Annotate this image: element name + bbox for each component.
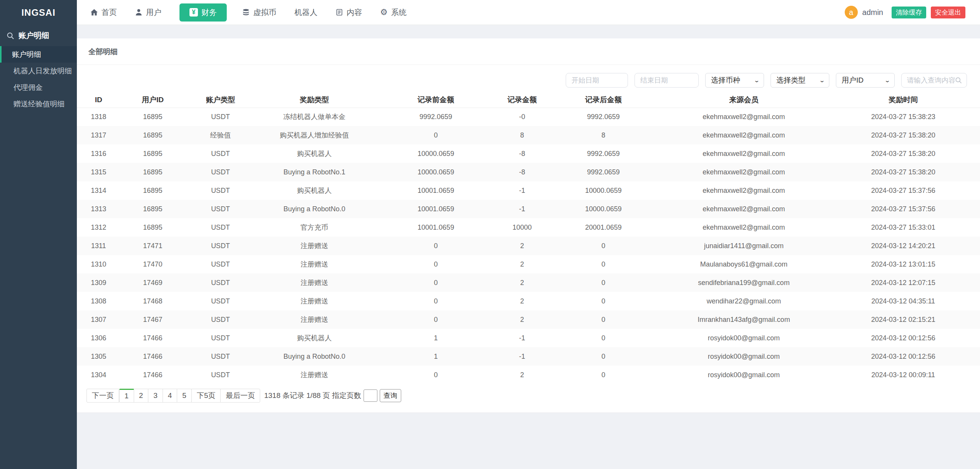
- table-cell: 购买机器人增加经验值: [256, 126, 373, 144]
- table-cell: 2: [498, 237, 545, 255]
- page-button-5[interactable]: 5: [177, 389, 192, 403]
- table-cell: 16895: [120, 163, 185, 181]
- table-cell: 16895: [120, 108, 185, 126]
- pagination-bar: 下一页 12345 下5页 最后一页 1318 条记录 1/88 页 指定页数 …: [86, 389, 980, 403]
- page-button-2[interactable]: 2: [134, 389, 149, 403]
- table-cell: -1: [498, 347, 545, 366]
- table-cell: ekehmaxwell2@gmail.com: [661, 218, 826, 237]
- table-cell: 2024-03-27 15:38:20: [826, 144, 980, 163]
- table-row[interactable]: 131017470USDT注册赠送020Maulanaboys61@gmail.…: [77, 255, 980, 273]
- page-button-3[interactable]: 3: [148, 389, 163, 403]
- sidebar-section-label: 账户明细: [18, 30, 49, 41]
- table-row[interactable]: 131316895USDTBuying a RobotNo.010001.065…: [77, 200, 980, 218]
- nav-item-crypto[interactable]: 虚拟币: [242, 7, 276, 18]
- last-page-button[interactable]: 最后一页: [220, 389, 260, 403]
- table-cell: 官方充币: [256, 218, 373, 237]
- nav-item-label: 首页: [101, 7, 117, 18]
- nav-item-finance[interactable]: ¥ 财务: [179, 3, 227, 22]
- coins-icon: [242, 8, 250, 16]
- table-cell: 0: [546, 310, 661, 329]
- table-row[interactable]: 130517466USDTBuying a RobotNo.01-10rosyi…: [77, 347, 980, 366]
- logout-button[interactable]: 安全退出: [931, 7, 965, 18]
- nav-item-content[interactable]: 内容: [336, 7, 362, 18]
- table-cell: Buying a RobotNo.0: [256, 200, 373, 218]
- table-cell: 1307: [77, 310, 120, 329]
- table-row[interactable]: 130917469USDT注册赠送020sendifebriana199@gma…: [77, 273, 980, 292]
- end-date-input[interactable]: [635, 73, 699, 88]
- table-cell: Buying a RobotNo.0: [256, 347, 373, 366]
- table-cell: 2024-03-27 15:37:56: [826, 181, 980, 200]
- table-cell: 2024-03-12 12:07:15: [826, 273, 980, 292]
- sidebar-item-robot-daily-detail[interactable]: 机器人日发放明细: [0, 63, 77, 79]
- sidebar-item-label: 机器人日发放明细: [13, 66, 72, 76]
- table-row[interactable]: 131716895经验值购买机器人增加经验值088ekehmaxwell2@gm…: [77, 126, 980, 144]
- table-cell: -1: [498, 329, 545, 347]
- table-cell: ekehmaxwell2@gmail.com: [661, 163, 826, 181]
- nav-item-system[interactable]: ⚙ 系统: [380, 7, 407, 18]
- table-cell: sendifebriana199@gmail.com: [661, 273, 826, 292]
- table-row[interactable]: 131216895USDT官方充币10001.06591000020001.06…: [77, 218, 980, 237]
- table-cell: 10000.0659: [546, 181, 661, 200]
- table-row[interactable]: 130417466USDT注册赠送020rosyidok00@gmail.com…: [77, 366, 980, 384]
- coin-select[interactable]: 选择币种 ⌄: [705, 73, 764, 88]
- nav-item-home[interactable]: 首页: [90, 7, 117, 18]
- table-cell: 1306: [77, 329, 120, 347]
- table-cell: USDT: [185, 366, 256, 384]
- goto-page-input[interactable]: [364, 389, 377, 402]
- table-cell: 1315: [77, 163, 120, 181]
- table-cell: 1: [373, 329, 499, 347]
- table-cell: 17470: [120, 255, 185, 273]
- page-button-4[interactable]: 4: [163, 389, 178, 403]
- table-cell: 0: [546, 292, 661, 310]
- table-header-row: ID用户ID账户类型奖励类型记录前金额记录金额记录后金额来源会员奖励时间: [77, 92, 980, 108]
- nav-item-robot[interactable]: 机器人: [294, 7, 317, 18]
- table-cell: 10000: [498, 218, 545, 237]
- table-cell: 10000.0659: [546, 200, 661, 218]
- table-row[interactable]: 131516895USDTBuying a RobotNo.110000.065…: [77, 163, 980, 181]
- next-page-button[interactable]: 下一页: [86, 389, 119, 403]
- nav-item-label: 虚拟币: [253, 7, 276, 18]
- pagination-summary: 1318 条记录 1/88 页 指定页数: [264, 391, 361, 401]
- sidebar-section-account-detail[interactable]: 账户明细: [0, 25, 77, 46]
- search-input[interactable]: [901, 73, 967, 88]
- table-cell: 1314: [77, 181, 120, 200]
- table-cell: ekehmaxwell2@gmail.com: [661, 181, 826, 200]
- table-header-cell: 来源会员: [661, 92, 826, 108]
- chevron-down-icon: ⌄: [754, 77, 760, 83]
- table-cell: 17468: [120, 292, 185, 310]
- table-cell: USDT: [185, 218, 256, 237]
- table-cell: 0: [546, 255, 661, 273]
- table-row[interactable]: 130617466USDT购买机器人1-10rosyidok00@gmail.c…: [77, 329, 980, 347]
- table-row[interactable]: 131416895USDT购买机器人10001.0659-110000.0659…: [77, 181, 980, 200]
- gear-icon: ⚙: [380, 8, 388, 16]
- table-cell: USDT: [185, 163, 256, 181]
- avatar[interactable]: a: [845, 6, 858, 19]
- user-id-select[interactable]: 用户ID ⌄: [836, 73, 895, 88]
- table-row[interactable]: 130717467USDT注册赠送020Imrankhan143afg@gmai…: [77, 310, 980, 329]
- type-select[interactable]: 选择类型 ⌄: [771, 73, 829, 88]
- table-cell: 购买机器人: [256, 181, 373, 200]
- table-cell: ekehmaxwell2@gmail.com: [661, 200, 826, 218]
- sidebar-item-agent-commission[interactable]: 代理佣金: [0, 79, 77, 96]
- table-cell: USDT: [185, 108, 256, 126]
- table-row[interactable]: 131816895USDT冻结机器人做单本金9992.0659-09992.06…: [77, 108, 980, 126]
- table-cell: 1312: [77, 218, 120, 237]
- table-cell: 0: [373, 273, 499, 292]
- app-logo: INGSAI: [0, 0, 77, 25]
- start-date-input[interactable]: [566, 73, 628, 88]
- query-button[interactable]: 查询: [380, 389, 401, 402]
- clear-cache-button[interactable]: 清除缓存: [892, 7, 926, 18]
- table-cell: 0: [373, 126, 499, 144]
- next-5-pages-button[interactable]: 下5页: [191, 389, 221, 403]
- table-cell: 16895: [120, 126, 185, 144]
- table-row[interactable]: 131616895USDT购买机器人10000.0659-89992.0659e…: [77, 144, 980, 163]
- table-cell: 2024-03-12 13:01:15: [826, 255, 980, 273]
- nav-item-users[interactable]: 用户: [135, 7, 161, 18]
- table-row[interactable]: 130817468USDT注册赠送020wendihar22@gmail.com…: [77, 292, 980, 310]
- sidebar-item-gift-exp-detail[interactable]: 赠送经验值明细: [0, 96, 77, 112]
- page-button-1[interactable]: 1: [119, 389, 134, 403]
- table-row[interactable]: 131117471USDT注册赠送020junaidiar1411@gmail.…: [77, 237, 980, 255]
- table-cell: 2024-03-12 14:20:21: [826, 237, 980, 255]
- sidebar-item-account-detail[interactable]: 账户明细: [0, 46, 77, 63]
- table-cell: 17471: [120, 237, 185, 255]
